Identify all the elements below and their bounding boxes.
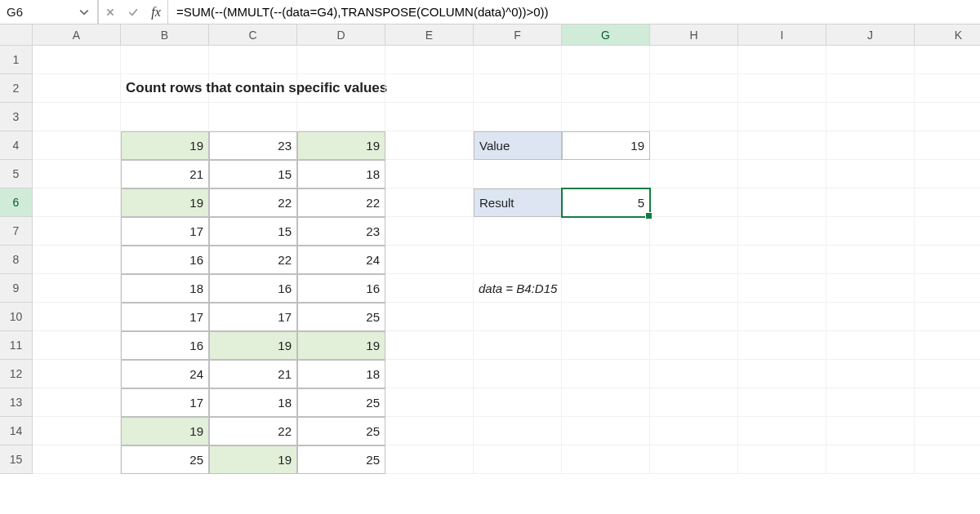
- cell-C10[interactable]: 17: [209, 303, 297, 331]
- cell-I12[interactable]: [738, 360, 826, 388]
- cell-D8[interactable]: 24: [297, 246, 385, 274]
- cell-K2[interactable]: [915, 74, 980, 103]
- cell-B14[interactable]: 19: [121, 417, 209, 445]
- cell-J2[interactable]: [826, 74, 915, 103]
- cell-C7[interactable]: 15: [209, 217, 297, 246]
- cell-A7[interactable]: [33, 217, 121, 246]
- cell-B7[interactable]: 17: [121, 217, 209, 246]
- cell-E15[interactable]: [385, 445, 474, 474]
- cell-A14[interactable]: [33, 417, 121, 445]
- cell-I11[interactable]: [738, 331, 826, 360]
- cell-A8[interactable]: [33, 246, 121, 274]
- cell-G11[interactable]: [562, 331, 650, 360]
- cell-E3[interactable]: [385, 103, 474, 131]
- cell-H13[interactable]: [650, 388, 738, 417]
- row-header[interactable]: 3: [0, 103, 33, 131]
- cell-H3[interactable]: [650, 103, 738, 131]
- cell-J4[interactable]: [826, 131, 915, 160]
- cell-G5[interactable]: [562, 160, 650, 188]
- cell-I4[interactable]: [738, 131, 826, 160]
- row-header[interactable]: 5: [0, 160, 33, 188]
- cell-K3[interactable]: [915, 103, 980, 131]
- cell-J12[interactable]: [826, 360, 915, 388]
- cell-K11[interactable]: [915, 331, 980, 360]
- cell-J5[interactable]: [826, 160, 915, 188]
- cell-B8[interactable]: 16: [121, 246, 209, 274]
- cell-I1[interactable]: [738, 46, 826, 74]
- cell-F4[interactable]: Value: [474, 131, 562, 160]
- cell-A2[interactable]: [33, 74, 121, 103]
- cell-C3[interactable]: [209, 103, 297, 131]
- cell-G4[interactable]: 19: [562, 131, 650, 160]
- cell-B11[interactable]: 16: [121, 331, 209, 360]
- cell-A9[interactable]: [33, 274, 121, 303]
- cell-G7[interactable]: [562, 217, 650, 246]
- row-header[interactable]: 9: [0, 274, 33, 303]
- cell-D11[interactable]: 19: [297, 331, 385, 360]
- cell-B9[interactable]: 18: [121, 274, 209, 303]
- cell-A1[interactable]: [33, 46, 121, 74]
- cell-G10[interactable]: [562, 303, 650, 331]
- row-header[interactable]: 4: [0, 131, 33, 160]
- cell-H12[interactable]: [650, 360, 738, 388]
- cell-D9[interactable]: 16: [297, 274, 385, 303]
- cell-F2[interactable]: [474, 74, 562, 103]
- row-header[interactable]: 2: [0, 74, 33, 103]
- row-header[interactable]: 8: [0, 246, 33, 274]
- cell-D7[interactable]: 23: [297, 217, 385, 246]
- cell-K7[interactable]: [915, 217, 980, 246]
- cell-B15[interactable]: 25: [121, 445, 209, 474]
- cell-D5[interactable]: 18: [297, 160, 385, 188]
- cell-A3[interactable]: [33, 103, 121, 131]
- cell-F13[interactable]: [474, 388, 562, 417]
- cell-A15[interactable]: [33, 445, 121, 474]
- cell-E6[interactable]: [385, 188, 474, 217]
- cell-E11[interactable]: [385, 331, 474, 360]
- cell-G2[interactable]: [562, 74, 650, 103]
- cell-G3[interactable]: [562, 103, 650, 131]
- cell-B4[interactable]: 19: [121, 131, 209, 160]
- cell-H5[interactable]: [650, 160, 738, 188]
- cell-I5[interactable]: [738, 160, 826, 188]
- cell-E5[interactable]: [385, 160, 474, 188]
- row-header[interactable]: 14: [0, 417, 33, 445]
- cell-A5[interactable]: [33, 160, 121, 188]
- cell-K5[interactable]: [915, 160, 980, 188]
- cell-J6[interactable]: [826, 188, 915, 217]
- cell-K9[interactable]: [915, 274, 980, 303]
- column-header[interactable]: K: [915, 24, 980, 46]
- column-header[interactable]: G: [562, 24, 650, 46]
- cell-C6[interactable]: 22: [209, 188, 297, 217]
- cell-C13[interactable]: 18: [209, 388, 297, 417]
- cell-A4[interactable]: [33, 131, 121, 160]
- cell-C1[interactable]: [209, 46, 297, 74]
- cell-H9[interactable]: [650, 274, 738, 303]
- cell-K10[interactable]: [915, 303, 980, 331]
- cell-I8[interactable]: [738, 246, 826, 274]
- cell-E2[interactable]: [385, 74, 474, 103]
- cell-F8[interactable]: [474, 246, 562, 274]
- formula-input[interactable]: [168, 0, 980, 24]
- cell-H1[interactable]: [650, 46, 738, 74]
- cell-J11[interactable]: [826, 331, 915, 360]
- row-header[interactable]: 10: [0, 303, 33, 331]
- cell-C8[interactable]: 22: [209, 246, 297, 274]
- cell-H8[interactable]: [650, 246, 738, 274]
- column-header[interactable]: C: [209, 24, 297, 46]
- cell-D15[interactable]: 25: [297, 445, 385, 474]
- cell-G1[interactable]: [562, 46, 650, 74]
- row-header[interactable]: 12: [0, 360, 33, 388]
- cell-J3[interactable]: [826, 103, 915, 131]
- row-header[interactable]: 7: [0, 217, 33, 246]
- spreadsheet-grid[interactable]: ABCDEFGHIJK12Count rows that contain spe…: [0, 24, 980, 474]
- cell-E12[interactable]: [385, 360, 474, 388]
- cell-F7[interactable]: [474, 217, 562, 246]
- cell-C12[interactable]: 21: [209, 360, 297, 388]
- name-box[interactable]: G6: [0, 0, 98, 24]
- cell-D6[interactable]: 22: [297, 188, 385, 217]
- cell-I13[interactable]: [738, 388, 826, 417]
- column-header[interactable]: H: [650, 24, 738, 46]
- cell-K4[interactable]: [915, 131, 980, 160]
- column-header[interactable]: F: [474, 24, 562, 46]
- column-header[interactable]: I: [738, 24, 826, 46]
